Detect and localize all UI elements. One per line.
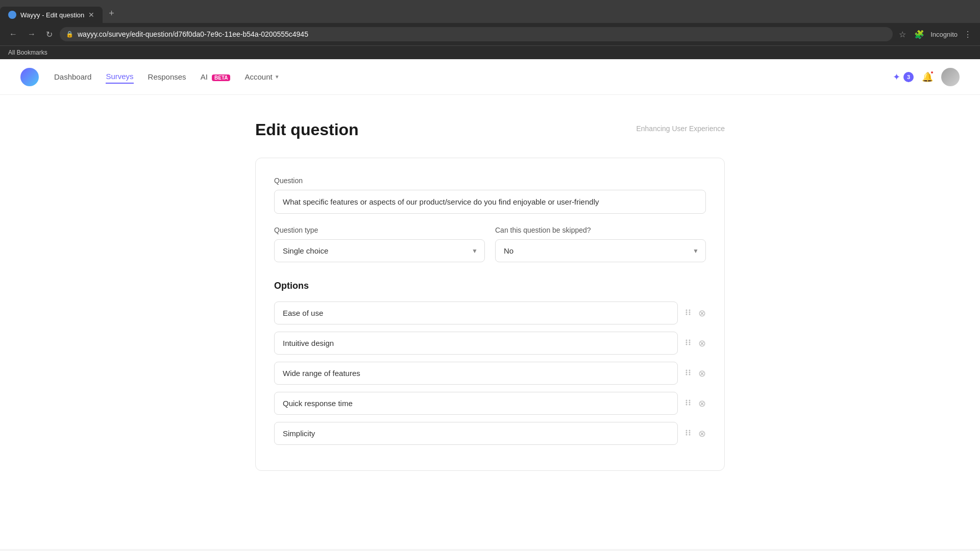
star-icon: ✦ bbox=[893, 71, 900, 83]
notification-dot bbox=[930, 70, 934, 74]
options-title: Options bbox=[274, 281, 706, 291]
svg-point-26 bbox=[686, 432, 688, 433]
bell-button[interactable]: 🔔 bbox=[922, 71, 933, 83]
skip-question-group: Can this question be skipped? No ▼ bbox=[495, 226, 706, 262]
skip-select-wrapper: No ▼ bbox=[495, 239, 706, 262]
account-chevron-icon: ▼ bbox=[275, 74, 280, 80]
option-input-2[interactable] bbox=[274, 332, 678, 355]
svg-point-22 bbox=[686, 404, 688, 405]
drag-handle-4[interactable] bbox=[684, 398, 692, 409]
svg-point-12 bbox=[686, 369, 688, 371]
option-input-5[interactable] bbox=[274, 422, 678, 445]
svg-point-3 bbox=[689, 311, 691, 313]
address-bar[interactable]: 🔒 bbox=[60, 27, 893, 41]
new-tab-button[interactable]: + bbox=[103, 4, 120, 23]
nav-responses[interactable]: Responses bbox=[148, 70, 186, 83]
nav-right: ✦ 3 🔔 bbox=[893, 68, 960, 86]
extensions-button[interactable]: 🧩 bbox=[912, 28, 926, 41]
svg-point-10 bbox=[686, 343, 688, 345]
reload-button[interactable]: ↻ bbox=[43, 28, 56, 41]
app-logo[interactable] bbox=[20, 68, 39, 86]
svg-point-28 bbox=[686, 434, 688, 435]
nav-links: Dashboard Surveys Responses AI BETA Acco… bbox=[54, 70, 280, 84]
browser-tabs: Wayyy - Edit question ✕ + bbox=[0, 0, 980, 23]
menu-button[interactable]: ⋮ bbox=[962, 28, 974, 41]
remove-option-3[interactable]: ⊗ bbox=[698, 368, 706, 379]
browser-nav-bar: ← → ↻ 🔒 ☆ 🧩 Incognito ⋮ bbox=[0, 23, 980, 45]
nav-surveys[interactable]: Surveys bbox=[106, 70, 133, 84]
svg-point-8 bbox=[686, 341, 688, 343]
svg-point-17 bbox=[689, 373, 691, 375]
question-type-select-wrapper: Single choice ▼ bbox=[274, 239, 485, 262]
back-button[interactable]: ← bbox=[6, 28, 20, 41]
lock-icon: 🔒 bbox=[66, 31, 74, 38]
page-title: Edit question bbox=[255, 120, 359, 139]
option-input-1[interactable] bbox=[274, 302, 678, 324]
question-type-group: Question type Single choice ▼ bbox=[274, 226, 485, 262]
main-content: Edit question Enhancing User Experience … bbox=[235, 95, 745, 496]
form-row-type-skip: Question type Single choice ▼ Can this q… bbox=[274, 226, 706, 262]
svg-point-5 bbox=[689, 313, 691, 315]
svg-point-19 bbox=[689, 399, 691, 401]
svg-point-23 bbox=[689, 404, 691, 405]
svg-point-9 bbox=[689, 341, 691, 343]
question-input[interactable] bbox=[274, 190, 706, 214]
svg-point-14 bbox=[686, 371, 688, 373]
option-row-4: ⊗ bbox=[274, 392, 706, 415]
bookmarks-bar: All Bookmarks bbox=[0, 45, 980, 59]
svg-point-16 bbox=[686, 373, 688, 375]
browser-chrome: Wayyy - Edit question ✕ + ← → ↻ 🔒 ☆ 🧩 In… bbox=[0, 0, 980, 59]
option-row-3: ⊗ bbox=[274, 362, 706, 385]
options-section: Options ⊗ bbox=[274, 281, 706, 445]
page-header: Edit question Enhancing User Experience bbox=[255, 120, 725, 139]
forward-button[interactable]: → bbox=[24, 28, 39, 41]
drag-handle-1[interactable] bbox=[684, 308, 692, 318]
app-container: Dashboard Surveys Responses AI BETA Acco… bbox=[0, 59, 980, 549]
svg-point-0 bbox=[686, 309, 688, 311]
svg-point-20 bbox=[686, 402, 688, 403]
svg-point-11 bbox=[689, 343, 691, 345]
remove-option-4[interactable]: ⊗ bbox=[698, 398, 706, 409]
svg-point-25 bbox=[689, 430, 691, 431]
nav-account[interactable]: Account ▼ bbox=[244, 70, 279, 83]
user-avatar[interactable] bbox=[941, 68, 960, 86]
question-type-select[interactable]: Single choice bbox=[274, 239, 485, 262]
svg-point-15 bbox=[689, 371, 691, 373]
nav-dashboard[interactable]: Dashboard bbox=[54, 70, 91, 83]
url-input[interactable] bbox=[78, 30, 887, 38]
option-row-5: ⊗ bbox=[274, 422, 706, 445]
skip-select[interactable]: No bbox=[495, 239, 706, 262]
browser-extras: ☆ 🧩 Incognito ⋮ bbox=[897, 28, 974, 41]
drag-handle-5[interactable] bbox=[684, 429, 692, 439]
tab-close-button[interactable]: ✕ bbox=[88, 11, 94, 19]
nav-account-label: Account bbox=[244, 72, 272, 81]
incognito-label: Incognito bbox=[930, 31, 958, 38]
top-nav: Dashboard Surveys Responses AI BETA Acco… bbox=[0, 59, 980, 95]
drag-handle-3[interactable] bbox=[684, 368, 692, 379]
svg-point-24 bbox=[686, 430, 688, 431]
question-field-group: Question bbox=[274, 177, 706, 214]
remove-option-1[interactable]: ⊗ bbox=[698, 308, 706, 319]
option-input-4[interactable] bbox=[274, 392, 678, 415]
option-row-1: ⊗ bbox=[274, 302, 706, 324]
svg-point-21 bbox=[689, 402, 691, 403]
svg-point-4 bbox=[686, 313, 688, 315]
skip-label: Can this question be skipped? bbox=[495, 226, 706, 234]
svg-point-6 bbox=[686, 339, 688, 341]
remove-option-5[interactable]: ⊗ bbox=[698, 428, 706, 439]
tab-title: Wayyy - Edit question bbox=[20, 11, 84, 19]
edit-question-card: Question Question type Single choice ▼ C… bbox=[255, 158, 725, 471]
tab-favicon bbox=[8, 11, 16, 19]
option-row-2: ⊗ bbox=[274, 332, 706, 355]
bookmarks-label[interactable]: All Bookmarks bbox=[6, 48, 50, 57]
remove-option-2[interactable]: ⊗ bbox=[698, 338, 706, 349]
drag-handle-2[interactable] bbox=[684, 338, 692, 348]
bookmark-star-button[interactable]: ☆ bbox=[897, 28, 908, 41]
notification-badge: 3 bbox=[903, 72, 914, 82]
svg-point-27 bbox=[689, 432, 691, 433]
option-input-3[interactable] bbox=[274, 362, 678, 385]
nav-ai[interactable]: AI BETA bbox=[201, 70, 231, 83]
svg-point-29 bbox=[689, 434, 691, 435]
notification-count-button[interactable]: ✦ 3 bbox=[893, 71, 914, 83]
active-tab[interactable]: Wayyy - Edit question ✕ bbox=[0, 7, 103, 23]
